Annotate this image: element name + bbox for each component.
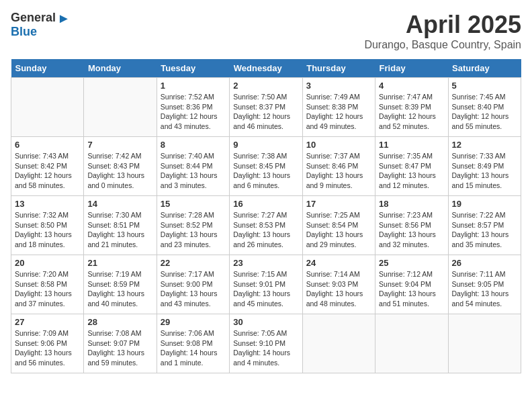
day-cell: 24Sunrise: 7:14 AMSunset: 9:03 PMDayligh… <box>302 255 375 314</box>
weekday-header-friday: Friday <box>375 59 448 78</box>
day-cell: 23Sunrise: 7:15 AMSunset: 9:01 PMDayligh… <box>230 255 302 314</box>
day-info: Sunrise: 7:35 AMSunset: 8:47 PMDaylight:… <box>379 151 444 191</box>
weekday-header-saturday: Saturday <box>448 59 521 78</box>
day-info: Sunrise: 7:12 AMSunset: 9:04 PMDaylight:… <box>379 269 444 309</box>
day-cell <box>375 314 448 373</box>
day-number: 25 <box>379 258 444 268</box>
day-info: Sunrise: 7:43 AMSunset: 8:42 PMDaylight:… <box>15 151 80 191</box>
day-cell: 7Sunrise: 7:42 AMSunset: 8:43 PMDaylight… <box>84 137 157 196</box>
day-info: Sunrise: 7:27 AMSunset: 8:53 PMDaylight:… <box>233 210 298 250</box>
week-row-2: 6Sunrise: 7:43 AMSunset: 8:42 PMDaylight… <box>11 137 521 196</box>
day-cell: 6Sunrise: 7:43 AMSunset: 8:42 PMDaylight… <box>11 137 84 196</box>
day-info: Sunrise: 7:25 AMSunset: 8:54 PMDaylight:… <box>306 210 371 250</box>
day-info: Sunrise: 7:14 AMSunset: 9:03 PMDaylight:… <box>306 269 371 309</box>
day-info: Sunrise: 7:52 AMSunset: 8:36 PMDaylight:… <box>161 92 226 132</box>
day-number: 29 <box>161 317 226 327</box>
day-info: Sunrise: 7:37 AMSunset: 8:46 PMDaylight:… <box>306 151 371 191</box>
day-info: Sunrise: 7:05 AMSunset: 9:10 PMDaylight:… <box>233 328 298 368</box>
logo-blue-text: Blue <box>11 26 71 39</box>
weekday-header-thursday: Thursday <box>302 59 375 78</box>
location-title: Durango, Basque Country, Spain <box>364 39 521 51</box>
week-row-4: 20Sunrise: 7:20 AMSunset: 8:58 PMDayligh… <box>11 255 521 314</box>
day-cell: 10Sunrise: 7:37 AMSunset: 8:46 PMDayligh… <box>302 137 375 196</box>
day-number: 26 <box>452 258 517 268</box>
day-cell: 26Sunrise: 7:11 AMSunset: 9:05 PMDayligh… <box>448 255 521 314</box>
day-cell: 18Sunrise: 7:23 AMSunset: 8:56 PMDayligh… <box>375 196 448 255</box>
day-number: 4 <box>379 81 444 91</box>
day-cell: 21Sunrise: 7:19 AMSunset: 8:59 PMDayligh… <box>84 255 157 314</box>
day-cell: 19Sunrise: 7:22 AMSunset: 8:57 PMDayligh… <box>448 196 521 255</box>
day-cell: 13Sunrise: 7:32 AMSunset: 8:50 PMDayligh… <box>11 196 84 255</box>
week-row-1: 1Sunrise: 7:52 AMSunset: 8:36 PMDaylight… <box>11 78 521 137</box>
day-info: Sunrise: 7:47 AMSunset: 8:39 PMDaylight:… <box>379 92 444 132</box>
day-cell: 17Sunrise: 7:25 AMSunset: 8:54 PMDayligh… <box>302 196 375 255</box>
day-number: 30 <box>233 317 298 327</box>
day-number: 18 <box>379 199 444 209</box>
logo-bird-icon: ► <box>57 11 71 26</box>
day-number: 19 <box>452 199 517 209</box>
week-row-3: 13Sunrise: 7:32 AMSunset: 8:50 PMDayligh… <box>11 196 521 255</box>
day-cell: 14Sunrise: 7:30 AMSunset: 8:51 PMDayligh… <box>84 196 157 255</box>
day-info: Sunrise: 7:30 AMSunset: 8:51 PMDaylight:… <box>87 210 152 250</box>
weekday-header-tuesday: Tuesday <box>157 59 229 78</box>
title-area: April 2025 Durango, Basque Country, Spai… <box>364 11 521 51</box>
day-number: 16 <box>233 199 298 209</box>
day-info: Sunrise: 7:33 AMSunset: 8:49 PMDaylight:… <box>452 151 517 191</box>
day-info: Sunrise: 7:17 AMSunset: 9:00 PMDaylight:… <box>161 269 226 309</box>
day-info: Sunrise: 7:08 AMSunset: 9:07 PMDaylight:… <box>87 328 152 368</box>
weekday-header-monday: Monday <box>84 59 157 78</box>
logo-general-text: General <box>11 11 56 25</box>
day-cell: 16Sunrise: 7:27 AMSunset: 8:53 PMDayligh… <box>230 196 302 255</box>
logo: General ► Blue <box>11 11 71 39</box>
day-info: Sunrise: 7:32 AMSunset: 8:50 PMDaylight:… <box>15 210 80 250</box>
day-number: 7 <box>87 140 152 150</box>
day-cell: 20Sunrise: 7:20 AMSunset: 8:58 PMDayligh… <box>11 255 84 314</box>
day-number: 28 <box>87 317 152 327</box>
day-number: 17 <box>306 199 371 209</box>
weekday-header-sunday: Sunday <box>11 59 84 78</box>
week-row-5: 27Sunrise: 7:09 AMSunset: 9:06 PMDayligh… <box>11 314 521 373</box>
day-cell: 4Sunrise: 7:47 AMSunset: 8:39 PMDaylight… <box>375 78 448 137</box>
day-number: 5 <box>452 81 517 91</box>
day-cell: 27Sunrise: 7:09 AMSunset: 9:06 PMDayligh… <box>11 314 84 373</box>
day-cell: 22Sunrise: 7:17 AMSunset: 9:00 PMDayligh… <box>157 255 229 314</box>
day-number: 23 <box>233 258 298 268</box>
day-cell: 28Sunrise: 7:08 AMSunset: 9:07 PMDayligh… <box>84 314 157 373</box>
day-number: 6 <box>15 140 80 150</box>
day-cell: 11Sunrise: 7:35 AMSunset: 8:47 PMDayligh… <box>375 137 448 196</box>
day-info: Sunrise: 7:23 AMSunset: 8:56 PMDaylight:… <box>379 210 444 250</box>
day-number: 22 <box>161 258 226 268</box>
day-number: 20 <box>15 258 80 268</box>
day-number: 13 <box>15 199 80 209</box>
day-info: Sunrise: 7:38 AMSunset: 8:45 PMDaylight:… <box>233 151 298 191</box>
day-info: Sunrise: 7:49 AMSunset: 8:38 PMDaylight:… <box>306 92 371 132</box>
day-info: Sunrise: 7:28 AMSunset: 8:52 PMDaylight:… <box>161 210 226 250</box>
weekday-header-wednesday: Wednesday <box>230 59 302 78</box>
day-cell: 3Sunrise: 7:49 AMSunset: 8:38 PMDaylight… <box>302 78 375 137</box>
month-title: April 2025 <box>364 11 521 39</box>
day-cell <box>11 78 84 137</box>
day-number: 24 <box>306 258 371 268</box>
day-cell: 30Sunrise: 7:05 AMSunset: 9:10 PMDayligh… <box>230 314 302 373</box>
day-cell <box>302 314 375 373</box>
day-number: 11 <box>379 140 444 150</box>
day-info: Sunrise: 7:19 AMSunset: 8:59 PMDaylight:… <box>87 269 152 309</box>
day-number: 2 <box>233 81 298 91</box>
day-number: 15 <box>161 199 226 209</box>
day-number: 1 <box>161 81 226 91</box>
day-number: 8 <box>161 140 226 150</box>
day-number: 12 <box>452 140 517 150</box>
weekday-header-row: SundayMondayTuesdayWednesdayThursdayFrid… <box>11 59 521 78</box>
day-info: Sunrise: 7:11 AMSunset: 9:05 PMDaylight:… <box>452 269 517 309</box>
day-info: Sunrise: 7:42 AMSunset: 8:43 PMDaylight:… <box>87 151 152 191</box>
day-info: Sunrise: 7:20 AMSunset: 8:58 PMDaylight:… <box>15 269 80 309</box>
day-info: Sunrise: 7:15 AMSunset: 9:01 PMDaylight:… <box>233 269 298 309</box>
day-cell: 2Sunrise: 7:50 AMSunset: 8:37 PMDaylight… <box>230 78 302 137</box>
day-cell: 9Sunrise: 7:38 AMSunset: 8:45 PMDaylight… <box>230 137 302 196</box>
day-cell: 25Sunrise: 7:12 AMSunset: 9:04 PMDayligh… <box>375 255 448 314</box>
day-cell: 5Sunrise: 7:45 AMSunset: 8:40 PMDaylight… <box>448 78 521 137</box>
day-info: Sunrise: 7:06 AMSunset: 9:08 PMDaylight:… <box>161 328 226 368</box>
day-info: Sunrise: 7:22 AMSunset: 8:57 PMDaylight:… <box>452 210 517 250</box>
day-number: 14 <box>87 199 152 209</box>
header: General ► Blue April 2025 Durango, Basqu… <box>11 11 521 51</box>
